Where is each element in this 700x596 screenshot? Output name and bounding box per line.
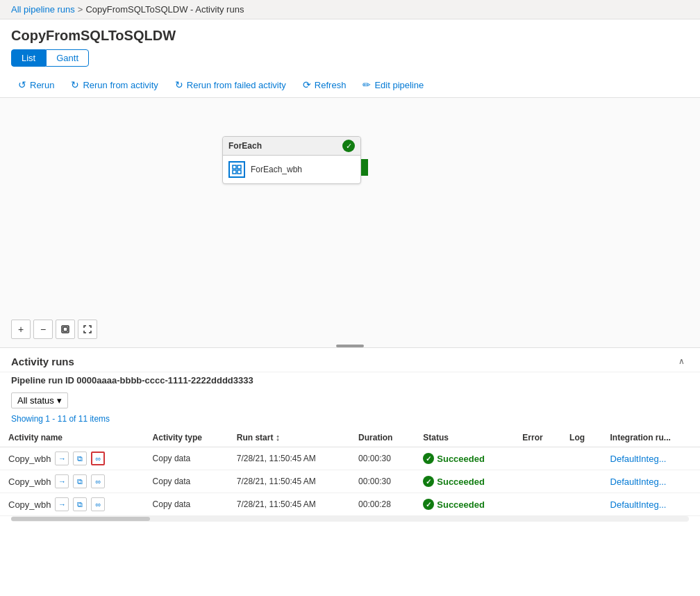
error-cell (514, 447, 561, 470)
run-id-value: 0000aaaa-bbbb-cccc-1111-2222dddd3333 (76, 375, 253, 386)
filter-bar: All status ▾ (0, 388, 700, 413)
activity-type: Copy data (144, 470, 228, 493)
run-id-bar: Pipeline run ID 0000aaaa-bbbb-cccc-1111-… (0, 372, 700, 388)
integration-runtime-cell: DefaultInteg... (602, 470, 700, 493)
col-integration: Integration ru... (602, 428, 700, 447)
run-id-label: Pipeline run ID (11, 375, 74, 386)
status-icon: ✓ (423, 499, 434, 510)
activity-name-text: Copy_wbh (8, 477, 51, 487)
status-text: Succeeded (437, 477, 485, 487)
activity-link-button[interactable]: ∞ (91, 452, 105, 465)
activity-navigate-button[interactable]: → (55, 497, 69, 511)
svg-rect-1 (238, 165, 241, 169)
node-success-icon: ✓ (342, 140, 355, 152)
svg-rect-0 (233, 165, 236, 169)
refresh-icon: ⟳ (303, 79, 311, 90)
col-status: Status (415, 428, 514, 447)
sort-icon: ↕ (276, 432, 281, 442)
foreach-activity-icon (228, 161, 245, 178)
run-start: 7/28/21, 11:50:45 AM (228, 493, 350, 516)
rerun-icon: ↺ (18, 79, 26, 90)
collapse-button[interactable]: ∧ (674, 355, 689, 367)
table-row: Copy_wbh → ⧉ ∞ Copy data7/28/21, 11:50:4… (0, 470, 700, 493)
toolbar: ↺ Rerun ↻ Rerun from activity ↻ Rerun fr… (0, 72, 700, 98)
node-header: ForEach ✓ (223, 137, 360, 156)
chevron-down-icon: ▾ (57, 395, 62, 406)
zoom-out-button[interactable]: − (33, 320, 53, 339)
rerun-label: Rerun (30, 80, 54, 90)
duration: 00:00:28 (350, 493, 415, 516)
edit-pipeline-button[interactable]: ✏ Edit pipeline (356, 76, 431, 93)
horizontal-scrollbar[interactable] (11, 516, 689, 522)
log-cell (561, 493, 601, 516)
col-duration: Duration (350, 428, 415, 447)
rerun-from-activity-button[interactable]: ↻ Rerun from activity (64, 76, 165, 93)
refresh-label: Refresh (315, 80, 347, 90)
tab-list[interactable]: List (11, 49, 46, 67)
duration: 00:00:30 (350, 470, 415, 493)
col-run-start: Run start ↕ (228, 428, 350, 447)
status-filter-button[interactable]: All status ▾ (11, 392, 68, 408)
svg-rect-5 (63, 327, 67, 331)
node-connector (361, 159, 368, 176)
pipeline-canvas[interactable]: ForEach ✓ ForEach_wbh + − (0, 98, 700, 348)
activity-name-cell: Copy_wbh → ⧉ ∞ (0, 493, 144, 516)
activity-name-text: Copy_wbh (8, 454, 51, 464)
rerun-button[interactable]: ↺ Rerun (11, 76, 61, 93)
status-icon: ✓ (423, 453, 434, 464)
node-title: ForEach (228, 141, 262, 151)
col-error: Error (514, 428, 561, 447)
table-header-row: Activity name Activity type Run start ↕ … (0, 428, 700, 447)
status-cell: ✓Succeeded (415, 493, 514, 516)
activity-name-cell: Copy_wbh → ⧉ ∞ (0, 447, 144, 470)
activity-navigate-button[interactable]: → (55, 452, 69, 465)
run-start: 7/28/21, 11:50:45 AM (228, 447, 350, 470)
activity-copy-button[interactable]: ⧉ (73, 474, 87, 488)
status-text: Succeeded (437, 454, 485, 464)
status-icon: ✓ (423, 476, 434, 487)
col-activity-type: Activity type (144, 428, 228, 447)
status-filter-label: All status (17, 395, 54, 406)
breadcrumb-current: CopyFromSQLToSQLDW - Activity runs (85, 4, 244, 15)
foreach-node[interactable]: ForEach ✓ ForEach_wbh (222, 136, 361, 184)
activity-link-button[interactable]: ∞ (91, 497, 105, 511)
table-row: Copy_wbh → ⧉ ∞ Copy data7/28/21, 11:50:4… (0, 493, 700, 516)
status-cell: ✓Succeeded (415, 447, 514, 470)
activity-type: Copy data (144, 493, 228, 516)
rerun-from-failed-button[interactable]: ↻ Rerun from failed activity (168, 76, 293, 93)
activity-copy-button[interactable]: ⧉ (73, 452, 87, 465)
svg-rect-2 (233, 170, 236, 174)
tab-gantt[interactable]: Gantt (46, 49, 89, 67)
activity-runs-panel: Activity runs ∧ Pipeline run ID 0000aaaa… (0, 348, 700, 522)
tab-bar: List Gantt (0, 49, 700, 72)
zoom-in-button[interactable]: + (11, 320, 31, 339)
expand-button[interactable] (78, 320, 97, 339)
activity-name-cell: Copy_wbh → ⧉ ∞ (0, 470, 144, 493)
edit-icon: ✏ (362, 79, 371, 90)
node-activity-name: ForEach_wbh (251, 165, 302, 174)
run-start: 7/28/21, 11:50:45 AM (228, 470, 350, 493)
node-body: ForEach_wbh (223, 156, 360, 183)
duration: 00:00:30 (350, 447, 415, 470)
breadcrumb-all-pipelines[interactable]: All pipeline runs (11, 4, 75, 15)
breadcrumb-separator: > (78, 4, 83, 15)
canvas-controls: + − (11, 320, 97, 339)
rerun-from-activity-icon: ↻ (71, 79, 79, 90)
log-cell (561, 470, 601, 493)
fit-button[interactable] (56, 320, 75, 339)
activity-navigate-button[interactable]: → (55, 474, 69, 488)
canvas-resize-handle[interactable] (336, 345, 364, 347)
error-cell (514, 470, 561, 493)
col-log: Log (561, 428, 601, 447)
rerun-from-failed-label: Rerun from failed activity (187, 80, 286, 90)
edit-pipeline-label: Edit pipeline (374, 80, 424, 90)
breadcrumb: All pipeline runs > CopyFromSQLToSQLDW -… (0, 0, 700, 19)
rerun-from-failed-icon: ↻ (175, 79, 183, 90)
activity-copy-button[interactable]: ⧉ (73, 497, 87, 511)
col-activity-name: Activity name (0, 428, 144, 447)
activity-runs-title: Activity runs (11, 356, 74, 367)
activity-link-button[interactable]: ∞ (91, 474, 105, 488)
scrollbar-thumb (11, 517, 150, 521)
refresh-button[interactable]: ⟳ Refresh (296, 76, 353, 93)
activity-runs-header: Activity runs ∧ (0, 348, 700, 372)
